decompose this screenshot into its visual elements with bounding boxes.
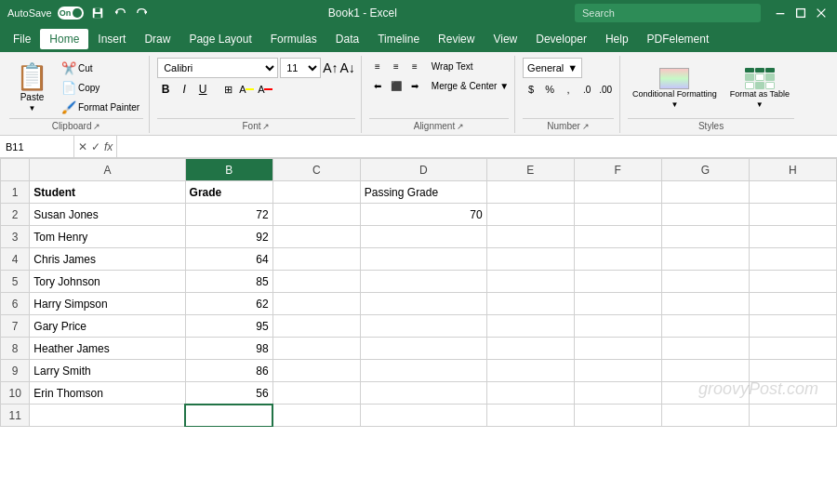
table-cell[interactable]: 95 (185, 315, 272, 338)
table-cell[interactable]: 85 (185, 271, 272, 293)
table-cell[interactable] (272, 248, 360, 271)
bold-button[interactable]: B (157, 81, 174, 98)
table-cell[interactable]: Passing Grade (360, 181, 486, 204)
table-cell[interactable]: Erin Thomson (30, 382, 185, 405)
table-cell[interactable]: 92 (185, 226, 272, 248)
table-cell[interactable] (749, 248, 836, 271)
table-cell[interactable] (661, 204, 749, 226)
table-cell[interactable] (574, 248, 661, 271)
undo-icon[interactable] (112, 5, 128, 21)
table-cell[interactable] (486, 271, 574, 293)
table-cell[interactable] (486, 382, 574, 405)
table-cell[interactable] (661, 293, 749, 315)
table-cell[interactable]: Susan Jones (30, 204, 185, 226)
table-cell[interactable]: Heather James (30, 338, 185, 360)
table-cell[interactable] (360, 360, 486, 382)
table-cell[interactable]: 70 (360, 204, 486, 226)
col-header-C[interactable]: C (272, 159, 360, 181)
table-cell[interactable] (272, 405, 360, 427)
table-cell[interactable] (749, 204, 836, 226)
menu-file[interactable]: File (4, 29, 40, 49)
table-cell[interactable] (749, 293, 836, 315)
percent-button[interactable]: % (541, 81, 558, 98)
table-cell[interactable] (360, 315, 486, 338)
menu-page-layout[interactable]: Page Layout (179, 29, 260, 49)
table-cell[interactable] (749, 360, 836, 382)
table-cell[interactable] (661, 360, 749, 382)
decrease-font-icon[interactable]: A↓ (339, 60, 354, 75)
table-cell[interactable] (749, 226, 836, 248)
align-top-right-button[interactable]: ≡ (406, 58, 423, 74)
table-cell[interactable] (360, 405, 486, 427)
table-cell[interactable] (486, 181, 574, 204)
table-cell[interactable] (574, 405, 661, 427)
align-top-center-button[interactable]: ≡ (388, 58, 405, 74)
decrease-decimal-button[interactable]: .0 (578, 81, 595, 98)
menu-data[interactable]: Data (326, 29, 368, 49)
table-cell[interactable] (360, 248, 486, 271)
table-cell[interactable]: 86 (185, 360, 272, 382)
col-header-H[interactable]: H (749, 159, 836, 181)
alignment-expand[interactable]: ↗ (457, 122, 464, 131)
confirm-formula-icon[interactable]: ✓ (91, 140, 100, 153)
menu-insert[interactable]: Insert (88, 29, 135, 49)
search-input[interactable] (575, 4, 761, 22)
table-cell[interactable] (486, 315, 574, 338)
paste-button[interactable]: 📋 Paste ▼ (9, 65, 55, 112)
border-button[interactable]: ⊞ (219, 81, 236, 98)
align-top-left-button[interactable]: ≡ (369, 58, 386, 74)
underline-button[interactable]: U (194, 81, 211, 98)
cut-button[interactable]: ✂️ Cut (58, 60, 143, 77)
insert-function-icon[interactable]: fx (104, 140, 113, 153)
table-cell[interactable]: Chris James (30, 248, 185, 271)
menu-view[interactable]: View (484, 29, 526, 49)
table-cell[interactable] (486, 248, 574, 271)
table-cell[interactable] (486, 405, 574, 427)
table-cell[interactable]: Tory Johnson (30, 271, 185, 293)
table-cell[interactable] (749, 405, 836, 427)
copy-button[interactable]: 📄 Copy (58, 79, 143, 97)
close-icon[interactable] (813, 5, 830, 21)
table-cell[interactable] (272, 226, 360, 248)
table-cell[interactable]: 56 (185, 382, 272, 405)
number-expand[interactable]: ↗ (582, 122, 590, 131)
table-cell[interactable] (272, 338, 360, 360)
table-cell[interactable] (749, 338, 836, 360)
table-cell[interactable] (661, 405, 749, 427)
table-cell[interactable] (749, 271, 836, 293)
table-cell[interactable]: Harry Simpson (30, 293, 185, 315)
menu-pdfelement[interactable]: PDFelement (638, 29, 719, 49)
table-cell[interactable] (272, 382, 360, 405)
increase-font-icon[interactable]: A↑ (323, 60, 338, 75)
wrap-text-button[interactable]: Wrap Text (432, 61, 473, 72)
table-cell[interactable] (661, 315, 749, 338)
table-cell[interactable] (574, 226, 661, 248)
table-cell[interactable]: 98 (185, 338, 272, 360)
table-cell[interactable] (486, 293, 574, 315)
table-cell[interactable] (360, 338, 486, 360)
table-cell[interactable]: Tom Henry (30, 226, 185, 248)
table-cell[interactable] (486, 360, 574, 382)
col-header-F[interactable]: F (574, 159, 661, 181)
minimize-icon[interactable] (772, 5, 789, 21)
col-header-G[interactable]: G (661, 159, 749, 181)
clipboard-expand[interactable]: ↗ (93, 122, 100, 131)
align-right-button[interactable]: ➡ (406, 77, 423, 94)
cancel-formula-icon[interactable]: ✕ (78, 140, 87, 153)
increase-decimal-button[interactable]: .00 (597, 81, 614, 98)
menu-review[interactable]: Review (429, 29, 484, 49)
table-cell[interactable]: Grade (185, 181, 272, 204)
table-cell[interactable] (486, 338, 574, 360)
menu-help[interactable]: Help (596, 29, 638, 49)
merge-center-button[interactable]: Merge & Center ▼ (432, 81, 509, 91)
align-center-button[interactable]: ⬛ (388, 77, 405, 94)
table-cell[interactable] (185, 405, 272, 427)
col-header-A[interactable]: A (30, 159, 185, 181)
col-header-D[interactable]: D (360, 159, 486, 181)
table-cell[interactable] (30, 405, 185, 427)
table-cell[interactable] (661, 226, 749, 248)
table-cell[interactable] (661, 181, 749, 204)
table-cell[interactable] (574, 181, 661, 204)
table-cell[interactable] (272, 315, 360, 338)
table-cell[interactable] (360, 226, 486, 248)
